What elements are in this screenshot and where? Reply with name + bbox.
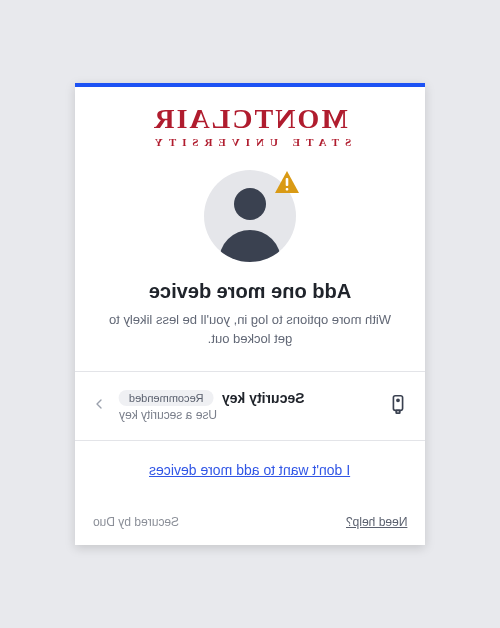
secured-by-label: Secured by Duo xyxy=(93,515,179,529)
security-key-icon xyxy=(387,393,409,419)
svg-rect-1 xyxy=(286,188,289,191)
footer: Need help? Secured by Duo xyxy=(75,501,425,545)
auth-card: MONTCLAIR STATE UNIVERSITY Add one more … xyxy=(75,83,425,545)
svg-rect-0 xyxy=(286,178,289,186)
option-security-key[interactable]: Security key Recommended Use a security … xyxy=(75,372,425,440)
brand-name-main: MONTCLAIR xyxy=(95,105,405,133)
option-description: Use a security key xyxy=(119,408,375,422)
avatar-block xyxy=(75,158,425,266)
branding-logo: MONTCLAIR STATE UNIVERSITY xyxy=(75,87,425,158)
skip-link[interactable]: I don't want to add more devices xyxy=(149,462,350,478)
option-text: Security key Recommended Use a security … xyxy=(119,390,375,422)
brand-name-sub: STATE UNIVERSITY xyxy=(95,136,405,148)
svg-rect-2 xyxy=(393,396,402,411)
svg-point-4 xyxy=(397,399,399,401)
page-title: Add one more device xyxy=(101,280,399,303)
headings: Add one more device With more options to… xyxy=(75,266,425,371)
recommended-badge: Recommended xyxy=(119,390,214,406)
option-title: Security key xyxy=(222,390,305,406)
svg-rect-3 xyxy=(396,410,400,413)
help-link[interactable]: Need help? xyxy=(346,515,407,529)
warning-icon xyxy=(272,168,302,198)
avatar xyxy=(204,170,296,262)
skip-section: I don't want to add more devices xyxy=(75,441,425,501)
chevron-right-icon xyxy=(91,396,107,416)
page-subtitle: With more options to log in, you'll be l… xyxy=(101,311,399,349)
